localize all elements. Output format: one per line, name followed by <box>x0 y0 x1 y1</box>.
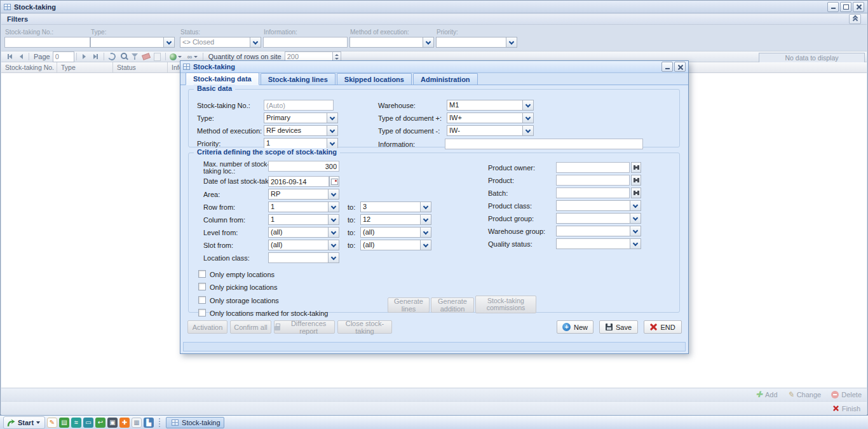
doc-minus-combo[interactable]: IW- <box>447 125 534 136</box>
new-document-icon[interactable] <box>47 418 57 428</box>
priority-dropdown-button[interactable] <box>327 139 337 148</box>
task-button-stock-taking[interactable]: Stock-taking <box>166 417 224 428</box>
collapse-filters-button[interactable] <box>849 14 861 24</box>
product-group-combo[interactable] <box>556 213 641 224</box>
type-dropdown-button[interactable] <box>327 113 337 123</box>
location-class-combo[interactable] <box>268 252 339 263</box>
product-class-combo[interactable] <box>556 200 641 211</box>
product-owner-browse-button[interactable] <box>631 162 641 173</box>
method-filter-combo[interactable] <box>349 37 434 48</box>
restore-button[interactable] <box>840 2 851 12</box>
priority-filter-dropdown-button[interactable] <box>506 37 517 47</box>
dialog-information-input[interactable] <box>445 139 643 149</box>
grid-icon[interactable] <box>132 418 142 428</box>
product-browse-button[interactable] <box>631 175 641 186</box>
filter-icon[interactable] <box>129 51 140 62</box>
slot-from-combo[interactable]: (all) <box>268 240 339 250</box>
confirm-all-button[interactable]: Confirm all <box>230 320 271 334</box>
generate-addition-button[interactable]: Generate addition <box>431 297 474 313</box>
column-to-combo[interactable]: 12 <box>360 214 431 225</box>
warehouse-group-dropdown-button[interactable] <box>630 226 641 236</box>
level-to-dropdown-button[interactable] <box>420 228 431 237</box>
doc-plus-combo[interactable]: IW+ <box>447 112 534 123</box>
plug-icon[interactable] <box>119 418 130 428</box>
calendar-button[interactable] <box>329 176 339 187</box>
finish-button[interactable]: Finish <box>832 405 860 412</box>
refresh-icon[interactable] <box>106 51 118 62</box>
level-from-combo[interactable]: (all) <box>268 227 339 238</box>
slot-to-dropdown-button[interactable] <box>420 240 431 250</box>
stock-taking-no-filter-input[interactable] <box>4 37 90 48</box>
column-from-combo[interactable]: 1 <box>268 214 339 225</box>
dialog-close-button[interactable] <box>674 62 686 72</box>
only-empty-locations-label[interactable]: Only empty locations <box>210 271 275 278</box>
generate-lines-button[interactable]: Generate lines <box>388 297 430 313</box>
area-combo[interactable]: RP <box>268 189 339 200</box>
report-icon[interactable] <box>59 418 69 428</box>
batch-browse-button[interactable] <box>631 187 641 198</box>
priority-filter-combo[interactable] <box>436 37 517 48</box>
type-filter-combo[interactable] <box>90 37 175 48</box>
clear-filter-icon[interactable] <box>140 51 152 62</box>
method-dropdown-button[interactable] <box>327 126 337 135</box>
warehouse-combo[interactable]: M1 <box>447 100 534 111</box>
area-dropdown-button[interactable] <box>328 189 339 199</box>
quality-status-dropdown-button[interactable] <box>630 239 641 249</box>
slot-from-dropdown-button[interactable] <box>328 240 339 250</box>
only-marked-locations-checkbox[interactable] <box>198 309 206 317</box>
column-header-stock-taking-no[interactable]: Stock-taking No. <box>1 62 57 72</box>
only-picking-locations-label[interactable]: Only picking locations <box>210 283 277 291</box>
information-filter-input[interactable] <box>263 37 348 48</box>
column-header-type[interactable]: Type <box>57 62 113 72</box>
row-to-dropdown-button[interactable] <box>420 202 431 212</box>
search-icon[interactable] <box>118 51 129 62</box>
start-button[interactable]: Start <box>3 416 45 429</box>
last-page-button[interactable] <box>90 51 102 62</box>
first-page-button[interactable] <box>4 51 15 62</box>
differences-report-button[interactable]: Differences report <box>274 320 335 334</box>
return-icon[interactable] <box>95 418 105 428</box>
warehouse-group-combo[interactable] <box>556 226 641 236</box>
last-date-input[interactable] <box>268 176 329 187</box>
batch-input[interactable] <box>556 187 630 198</box>
level-from-dropdown-button[interactable] <box>328 228 339 237</box>
status-filter-dropdown-button[interactable] <box>250 37 261 47</box>
only-marked-locations-label[interactable]: Only locations marked for stock-taking <box>210 310 328 317</box>
row-from-dropdown-button[interactable] <box>328 202 339 212</box>
slot-to-combo[interactable]: (all) <box>360 240 431 250</box>
product-owner-input[interactable] <box>556 162 630 173</box>
row-to-combo[interactable]: 3 <box>360 201 431 212</box>
minimize-button[interactable] <box>827 2 839 12</box>
priority-combo[interactable]: 1 <box>264 138 338 149</box>
method-combo[interactable]: RF devices <box>264 125 338 136</box>
close-button[interactable] <box>853 2 864 12</box>
tab-administration[interactable]: Administration <box>413 73 478 85</box>
next-page-button[interactable] <box>79 51 90 62</box>
stock-taking-commissions-button[interactable]: Stock-taking commissions <box>475 296 536 313</box>
new-button[interactable]: New <box>557 320 593 334</box>
dialog-minimize-button[interactable] <box>661 62 673 72</box>
warehouse-dropdown-button[interactable] <box>522 100 533 110</box>
method-filter-dropdown-button[interactable] <box>423 37 433 47</box>
export-icon[interactable] <box>152 51 163 62</box>
type-filter-dropdown-button[interactable] <box>163 37 174 47</box>
max-loc-input[interactable] <box>268 161 339 172</box>
change-button[interactable]: ✎Change <box>788 391 822 398</box>
print-icon[interactable] <box>83 418 93 428</box>
activation-button[interactable]: Activation <box>187 320 227 334</box>
product-group-dropdown-button[interactable] <box>630 214 641 223</box>
column-header-status[interactable]: Status <box>113 62 168 72</box>
column-to-dropdown-button[interactable] <box>420 215 431 224</box>
previous-page-button[interactable] <box>15 51 27 62</box>
status-filter-combo[interactable]: <> Closed <box>180 37 261 48</box>
tab-skipped-locations[interactable]: Skipped locations <box>337 73 412 85</box>
forklift-icon[interactable] <box>144 418 154 428</box>
location-class-dropdown-button[interactable] <box>328 253 339 262</box>
activity-icon[interactable] <box>71 418 81 428</box>
quality-status-combo[interactable] <box>556 238 641 249</box>
row-from-combo[interactable]: 1 <box>268 201 339 212</box>
only-picking-locations-checkbox[interactable] <box>198 283 206 290</box>
save-icon[interactable] <box>107 418 118 428</box>
add-button[interactable]: ✚Add <box>756 391 777 398</box>
page-input[interactable] <box>53 51 74 62</box>
